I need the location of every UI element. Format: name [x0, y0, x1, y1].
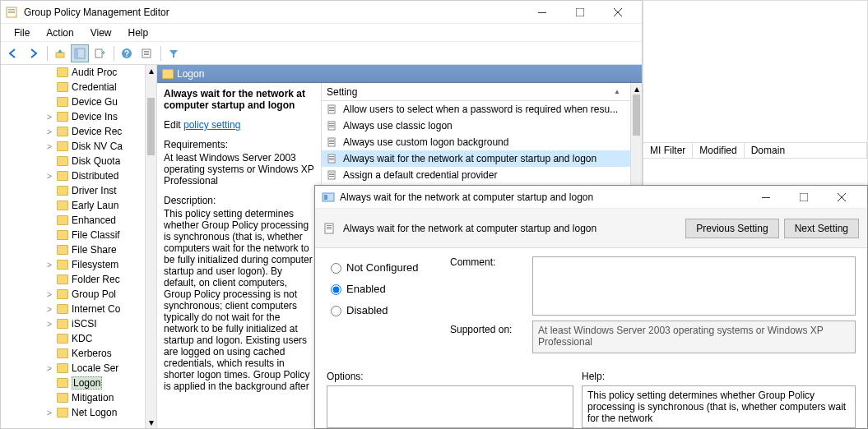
tree-item[interactable]: File Share: [1, 242, 145, 257]
dialog-close-button[interactable]: [823, 186, 861, 209]
properties-button[interactable]: [137, 44, 155, 62]
tree-item[interactable]: >Net Logon: [1, 405, 145, 420]
expander-icon[interactable]: >: [47, 320, 57, 329]
tree-item[interactable]: Disk Quota: [1, 154, 145, 168]
tree-item[interactable]: Credential: [1, 80, 145, 95]
tree-item-label: Logon: [72, 376, 102, 390]
radio-disabled[interactable]: Disabled: [327, 299, 442, 321]
tree-item[interactable]: >Disk NV Ca: [1, 139, 145, 154]
col-mifilter[interactable]: MI Filter: [643, 143, 693, 158]
menu-action[interactable]: Action: [38, 25, 81, 40]
dialog-titlebar: Always wait for the network at computer …: [315, 186, 867, 209]
folder-icon: [57, 274, 68, 284]
dialog-minimize-button[interactable]: [747, 186, 785, 209]
help-button[interactable]: ?: [118, 44, 136, 62]
separator: [47, 46, 48, 61]
expander-icon[interactable]: >: [47, 364, 57, 373]
expander-icon[interactable]: >: [47, 113, 57, 122]
tree-item[interactable]: Folder Rec: [1, 272, 145, 287]
menu-file[interactable]: File: [6, 25, 38, 40]
tree-item[interactable]: KDC: [1, 331, 145, 346]
radio-enabled[interactable]: Enabled: [327, 278, 442, 299]
col-domain[interactable]: Domain: [745, 143, 867, 158]
scroll-thumb[interactable]: [633, 95, 640, 136]
tree-item[interactable]: >iSCSI: [1, 316, 145, 331]
expander-icon[interactable]: >: [47, 290, 57, 299]
setting-row[interactable]: Assign a default credential provider: [322, 167, 642, 183]
expander-icon[interactable]: >: [47, 305, 57, 314]
scroll-up-icon[interactable]: ▴: [146, 65, 156, 76]
tree-item[interactable]: Driver Inst: [1, 183, 145, 198]
tree-item[interactable]: Mitigation: [1, 390, 145, 405]
tree-item[interactable]: Kerberos: [1, 346, 145, 361]
tree-item[interactable]: Device Gu: [1, 95, 145, 109]
expander-icon[interactable]: >: [47, 408, 57, 417]
tree-item[interactable]: >Distributed: [1, 168, 145, 183]
setting-row[interactable]: Always use custom logon background: [322, 134, 642, 150]
expander-icon[interactable]: >: [47, 142, 57, 151]
expander-icon[interactable]: >: [47, 261, 57, 270]
tree-item[interactable]: >Group Pol: [1, 287, 145, 302]
scroll-up-icon[interactable]: ▴: [631, 83, 642, 95]
filter-button[interactable]: [165, 44, 183, 62]
previous-setting-button[interactable]: Previous Setting: [685, 219, 778, 238]
tree-item[interactable]: Enhanced: [1, 213, 145, 228]
menu-view[interactable]: View: [82, 25, 120, 40]
close-button[interactable]: [599, 1, 637, 24]
col-modified[interactable]: Modified: [693, 143, 744, 158]
maximize-button[interactable]: [561, 1, 599, 24]
menu-help[interactable]: Help: [120, 25, 157, 40]
options-label: Options:: [327, 371, 573, 382]
folder-icon: [57, 127, 68, 136]
setting-row[interactable]: Allow users to select when a password is…: [322, 101, 642, 118]
export-button[interactable]: [91, 44, 109, 62]
next-setting-button[interactable]: Next Setting: [784, 219, 859, 238]
edit-policy-link[interactable]: policy setting: [183, 119, 240, 131]
minimize-button[interactable]: [523, 1, 561, 24]
svg-rect-39: [324, 195, 327, 200]
tree-item[interactable]: >Device Rec: [1, 124, 145, 139]
setting-row[interactable]: Always wait for the network at computer …: [322, 150, 642, 167]
scroll-down-icon[interactable]: ▾: [146, 417, 156, 428]
folder-icon: [57, 186, 68, 196]
svg-rect-28: [329, 141, 334, 142]
comment-textarea[interactable]: [532, 256, 856, 316]
tree-item[interactable]: >Filesystem: [1, 257, 145, 272]
svg-rect-1: [8, 9, 15, 10]
policy-item-icon: [327, 153, 338, 164]
setting-row[interactable]: Always use classic logon: [322, 118, 642, 134]
back-button[interactable]: [4, 44, 22, 62]
tree-item[interactable]: Early Laun: [1, 198, 145, 213]
tree-item[interactable]: >Locale Ser: [1, 361, 145, 376]
edit-label: Edit: [164, 119, 183, 131]
tree-item[interactable]: File Classif: [1, 228, 145, 242]
svg-rect-47: [327, 228, 332, 229]
options-box[interactable]: [327, 385, 573, 428]
tree-item[interactable]: >Device Ins: [1, 109, 145, 124]
tree-item[interactable]: >Internet Co: [1, 302, 145, 316]
tree-item-label: Audit Proc: [72, 67, 117, 78]
list-header-setting[interactable]: Setting ▲: [322, 83, 642, 101]
show-tree-button[interactable]: [71, 44, 89, 62]
svg-rect-37: [329, 176, 334, 177]
policy-icon: [323, 222, 337, 235]
tree-item-label: Distributed: [72, 170, 118, 182]
scroll-thumb[interactable]: [147, 98, 155, 155]
expander-icon[interactable]: >: [47, 127, 57, 136]
folder-icon: [162, 69, 174, 79]
description-text: This policy setting determines whether G…: [164, 208, 314, 392]
folder-icon: [57, 215, 68, 225]
tree-item[interactable]: Audit Proc: [1, 65, 145, 80]
up-button[interactable]: [51, 44, 69, 62]
background-columns: MI Filter Modified Domain: [643, 142, 867, 159]
radio-not-configured[interactable]: Not Configured: [327, 256, 442, 278]
svg-rect-8: [56, 53, 64, 58]
forward-button[interactable]: [24, 44, 42, 62]
dialog-maximize-button[interactable]: [785, 186, 823, 209]
tree-item-label: Credential: [72, 81, 117, 93]
tree-item-label: KDC: [72, 333, 92, 344]
expander-icon[interactable]: >: [47, 172, 57, 181]
tree-scrollbar[interactable]: ▴ ▾: [145, 65, 156, 428]
tree-item[interactable]: Logon: [1, 376, 145, 390]
folder-icon: [57, 348, 68, 358]
